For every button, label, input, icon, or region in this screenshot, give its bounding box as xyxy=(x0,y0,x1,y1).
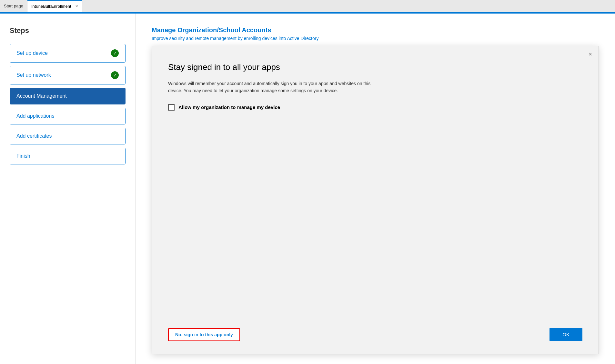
tab-close-icon[interactable]: ✕ xyxy=(75,4,78,8)
tab-intune[interactable]: IntuneBulkEnrollment ✕ xyxy=(27,0,82,12)
step-account-management-label: Account Management xyxy=(16,93,67,99)
dialog-title: Stay signed in to all your apps xyxy=(168,62,582,72)
checkbox-row: Allow my organization to manage my devic… xyxy=(168,104,582,111)
dialog-close-button[interactable]: × xyxy=(589,51,592,57)
no-sign-in-button[interactable]: No, sign in to this app only xyxy=(168,328,240,341)
page-title: Manage Organization/School Accounts xyxy=(152,26,599,34)
tab-intune-label: IntuneBulkEnrollment xyxy=(31,4,71,9)
step-set-up-device-check: ✓ xyxy=(111,49,119,57)
app-container: Steps Set up device ✓ Set up network ✓ A… xyxy=(0,14,615,364)
step-set-up-network-label: Set up network xyxy=(16,72,51,78)
step-add-applications[interactable]: Add applications xyxy=(10,108,126,124)
tab-start[interactable]: Start page xyxy=(0,0,27,12)
checkbox-label: Allow my organization to manage my devic… xyxy=(178,104,280,110)
manage-device-checkbox[interactable] xyxy=(168,104,175,111)
browser-chrome: Start page IntuneBulkEnrollment ✕ xyxy=(0,0,615,12)
ok-button[interactable]: OK xyxy=(549,328,582,341)
main-content: Manage Organization/School Accounts Impr… xyxy=(136,14,615,364)
step-add-certificates-label: Add certificates xyxy=(16,133,52,139)
step-finish-label: Finish xyxy=(16,153,30,159)
dialog-footer: No, sign in to this app only OK xyxy=(168,321,582,341)
step-set-up-network[interactable]: Set up network ✓ xyxy=(10,66,126,84)
step-set-up-network-check: ✓ xyxy=(111,71,119,79)
sidebar-title: Steps xyxy=(10,26,126,35)
step-add-applications-label: Add applications xyxy=(16,113,54,119)
step-finish[interactable]: Finish xyxy=(10,148,126,164)
page-subtitle: Improve security and remote management b… xyxy=(152,36,599,41)
step-account-management[interactable]: Account Management xyxy=(10,88,126,104)
tab-start-label: Start page xyxy=(4,4,23,8)
step-add-certificates[interactable]: Add certificates xyxy=(10,128,126,144)
sidebar: Steps Set up device ✓ Set up network ✓ A… xyxy=(0,14,136,364)
step-set-up-device[interactable]: Set up device ✓ xyxy=(10,44,126,63)
dialog: × Stay signed in to all your apps Window… xyxy=(152,46,599,354)
step-set-up-device-label: Set up device xyxy=(16,50,48,56)
dialog-body: Windows will remember your account and a… xyxy=(168,80,375,94)
